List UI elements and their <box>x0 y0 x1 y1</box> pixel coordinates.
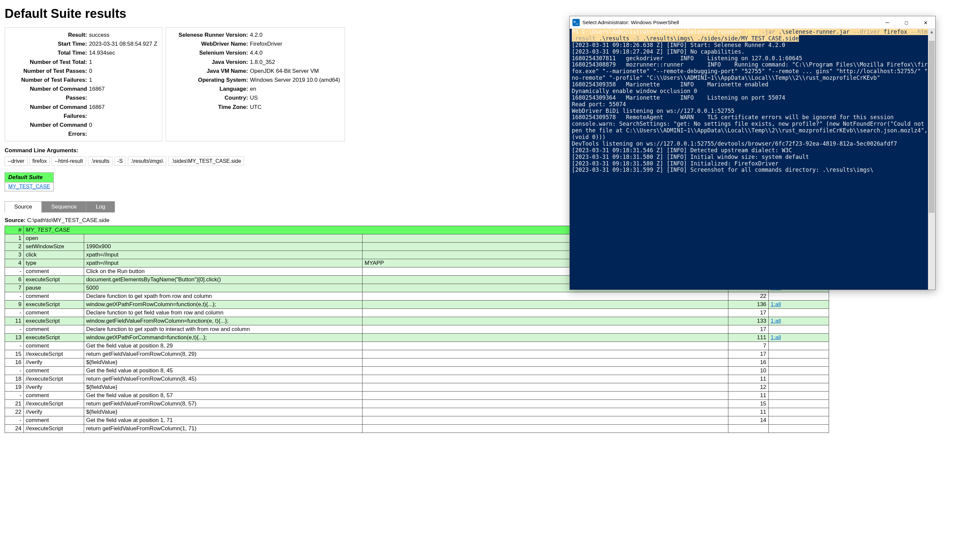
powershell-body[interactable]: PS C:\Users\Administrator\Desktop\Selene… <box>570 29 935 290</box>
summary-value: OpenJDK 64-Bit Server VM <box>250 67 319 75</box>
col-hash: # <box>5 226 24 234</box>
row-screenshot: 1:all <box>768 317 829 325</box>
row-ms: 111 <box>728 333 768 342</box>
ps-cmd-driver: --driver <box>853 29 884 35</box>
row-cmd: executeScript <box>23 317 84 325</box>
row-num: 15 <box>5 350 24 358</box>
scroll-up-arrow-icon[interactable]: ▲ <box>930 29 933 35</box>
maximize-button[interactable]: ☐ <box>897 16 916 29</box>
row-num: 13 <box>5 333 24 342</box>
row-num: 3 <box>5 251 24 259</box>
ps-cmd-file: .\selenese-runner.jar <box>778 29 853 35</box>
cmdline-arg: .\sides\MY_TEST_CASE.side <box>168 157 244 166</box>
row-num: 24 <box>5 425 24 433</box>
powershell-window[interactable]: Select Administrator: Windows PowerShell… <box>569 16 936 290</box>
table-row: 13executeScriptwindow.getXPathForCommand… <box>5 333 829 342</box>
row-cmd: open <box>23 234 84 243</box>
powershell-icon <box>572 19 580 26</box>
row-value <box>362 408 728 417</box>
table-row: 22//verify${fieldValue}11 <box>5 408 829 417</box>
summary-label: Selenium Version: <box>170 48 250 57</box>
row-value <box>362 367 728 375</box>
row-cmd: comment <box>23 292 84 300</box>
cmdline-arg: .\results <box>88 157 113 166</box>
row-cmd: comment <box>23 325 84 333</box>
row-cmd: //verify <box>23 358 84 367</box>
tab-source[interactable]: Source <box>5 201 42 212</box>
row-screenshot <box>768 375 829 383</box>
summary-label: Selenese Runner Version: <box>170 30 250 39</box>
suite-box: Default Suite MY_TEST_CASE <box>5 172 53 191</box>
summary-value: 4.2.0 <box>250 30 262 39</box>
row-screenshot <box>768 425 829 433</box>
row-screenshot <box>768 400 829 408</box>
row-screenshot: 1:all <box>768 333 829 342</box>
row-value <box>362 392 728 400</box>
row-ms: 22 <box>728 292 768 300</box>
row-screenshot <box>768 417 829 425</box>
row-value <box>362 292 728 300</box>
row-num: - <box>5 342 24 350</box>
table-row: 15//executeScriptreturn getFieldValueFro… <box>5 350 829 358</box>
summary-value: 2023-03-31 08:58:54.927 Z <box>89 39 157 48</box>
screenshot-link[interactable]: 1:all <box>771 318 781 324</box>
row-ms: 11 <box>728 408 768 417</box>
summary-label: Operating System: <box>170 75 250 84</box>
table-row: -commentGet the field value at position … <box>5 417 829 425</box>
row-value <box>362 375 728 383</box>
row-value <box>362 325 728 333</box>
tab-sequence[interactable]: Sequence <box>42 201 87 212</box>
row-target: window.getXPathFromRowColumn=function(e,… <box>84 300 362 309</box>
table-row: -commentDeclare function to get xpath fr… <box>5 292 829 300</box>
row-value <box>362 425 728 433</box>
screenshot-link[interactable]: 1:all <box>771 301 781 307</box>
row-cmd: //executeScript <box>23 350 84 358</box>
close-button[interactable]: ✕ <box>916 16 935 29</box>
summary-value: 16867 <box>89 103 105 120</box>
powershell-scrollbar[interactable]: ▲ <box>928 29 935 290</box>
summary-value: 1 <box>89 58 92 67</box>
row-cmd: //executeScript <box>23 425 84 433</box>
row-num: 18 <box>5 375 24 383</box>
screenshot-link[interactable]: 1:all <box>771 334 781 340</box>
scroll-thumb[interactable] <box>929 41 935 213</box>
suite-item-link[interactable]: MY_TEST_CASE <box>5 182 53 191</box>
summary-label: Start Time: <box>10 39 89 48</box>
tab-log[interactable]: Log <box>86 201 115 212</box>
row-target: return getFieldValueFromRowColumn(8, 57) <box>84 400 362 408</box>
minimize-button[interactable]: — <box>878 16 897 29</box>
row-cmd: executeScript <box>23 333 84 342</box>
row-target: Get the field value at position 1, 71 <box>84 417 362 425</box>
ps-prompt: PS C:\Users\Administrator\Desktop\Selene… <box>572 29 744 35</box>
row-value <box>362 417 728 425</box>
row-num: 9 <box>5 300 24 309</box>
powershell-titlebar[interactable]: Select Administrator: Windows PowerShell… <box>570 16 935 29</box>
table-row: 11executeScriptwindow.getFieldValueFromR… <box>5 317 829 325</box>
row-num: 11 <box>5 317 24 325</box>
summary-label: WebDriver Name: <box>170 39 250 48</box>
row-target: window.getXPathForCommand=function(e,t){… <box>84 333 362 342</box>
row-target: 5000 <box>84 284 362 292</box>
table-row: 21//executeScriptreturn getFieldValueFro… <box>5 400 829 408</box>
cmdline-arg: --driver <box>5 157 27 166</box>
row-ms: 10 <box>728 367 768 375</box>
summary-label: Number of Test Passes: <box>10 67 89 75</box>
summary-label: Country: <box>170 93 250 102</box>
row-ms: 17 <box>728 309 768 317</box>
suite-header: Default Suite <box>5 173 53 182</box>
row-target: window.getFieldValueFromRowColumn=functi… <box>84 317 362 325</box>
row-num: 21 <box>5 400 24 408</box>
summary-value: 1 <box>89 75 92 84</box>
summary-value: 0 <box>89 120 92 138</box>
ps-cmd-jar: -jar <box>761 29 778 35</box>
row-value <box>362 383 728 392</box>
row-cmd: executeScript <box>23 276 84 284</box>
row-cmd: comment <box>23 367 84 375</box>
row-screenshot <box>768 367 829 375</box>
summary-value: 0 <box>89 67 92 75</box>
row-ms: 17 <box>728 350 768 358</box>
summary-value: 16867 <box>89 84 105 102</box>
row-cmd: comment <box>23 392 84 400</box>
row-num: 19 <box>5 383 24 392</box>
row-cmd: setWindowSize <box>23 243 84 251</box>
